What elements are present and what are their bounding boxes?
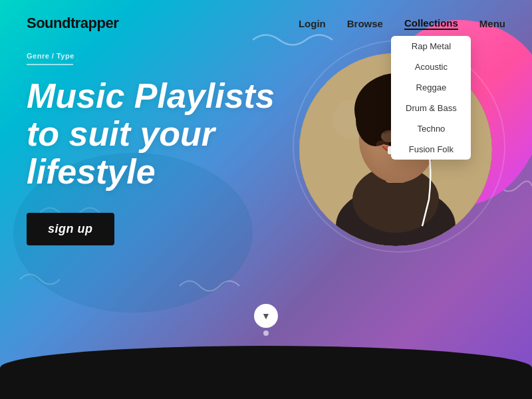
nav-browse[interactable]: Browse bbox=[347, 18, 383, 29]
scroll-dot bbox=[263, 331, 269, 336]
nav-login[interactable]: Login bbox=[299, 18, 326, 29]
collections-dropdown-menu: Rap Metal Acoustic Reggae Drum & Bass Te… bbox=[391, 36, 471, 160]
page-wrapper: Soundtrapper Login Browse Collections Ra… bbox=[0, 0, 532, 399]
hero-title: Music Playlists to suit your lifestyle bbox=[27, 77, 306, 192]
signup-button[interactable]: sign up bbox=[27, 213, 114, 245]
scroll-indicator[interactable]: ▼ bbox=[254, 304, 278, 336]
logo: Soundtrapper bbox=[27, 15, 118, 32]
dropdown-item-acoustic[interactable]: Acoustic bbox=[391, 57, 471, 77]
dropdown-item-rap-metal[interactable]: Rap Metal bbox=[391, 36, 471, 57]
hero-title-line2: to suit your bbox=[27, 114, 215, 153]
scroll-down-icon: ▼ bbox=[261, 311, 271, 321]
nav-menu[interactable]: Menu bbox=[479, 18, 505, 29]
scroll-circle[interactable]: ▼ bbox=[254, 304, 278, 328]
dropdown-item-reggae[interactable]: Reggae bbox=[391, 77, 471, 98]
svg-point-19 bbox=[376, 140, 389, 150]
dropdown-item-fusion-folk[interactable]: Fusion Folk bbox=[391, 139, 471, 160]
dropdown-item-drum-bass[interactable]: Drum & Bass bbox=[391, 98, 471, 118]
hero-title-line3: lifestyle bbox=[27, 152, 156, 191]
nav: Login Browse Collections Rap Metal Acous… bbox=[299, 17, 505, 29]
breadcrumb-line bbox=[27, 64, 73, 65]
nav-collections[interactable]: Collections bbox=[404, 17, 458, 30]
dropdown-item-techno[interactable]: Techno bbox=[391, 118, 471, 139]
hero-title-line1: Music Playlists bbox=[27, 76, 275, 115]
bottom-wave bbox=[0, 346, 532, 399]
header: Soundtrapper Login Browse Collections Ra… bbox=[0, 0, 532, 32]
collections-dropdown-wrapper: Collections Rap Metal Acoustic Reggae Dr… bbox=[404, 17, 458, 29]
